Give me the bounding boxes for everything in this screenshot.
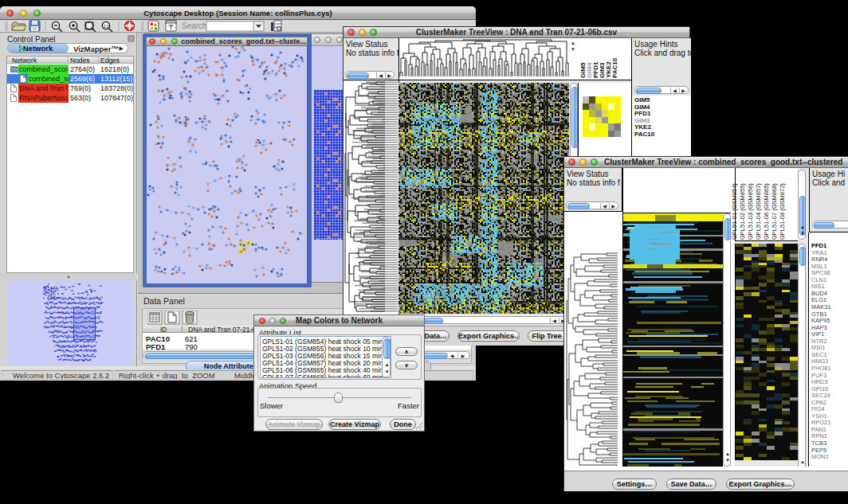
svg-text:1:1: 1:1 (104, 24, 109, 29)
svg-text:Search:: Search: (182, 21, 209, 30)
